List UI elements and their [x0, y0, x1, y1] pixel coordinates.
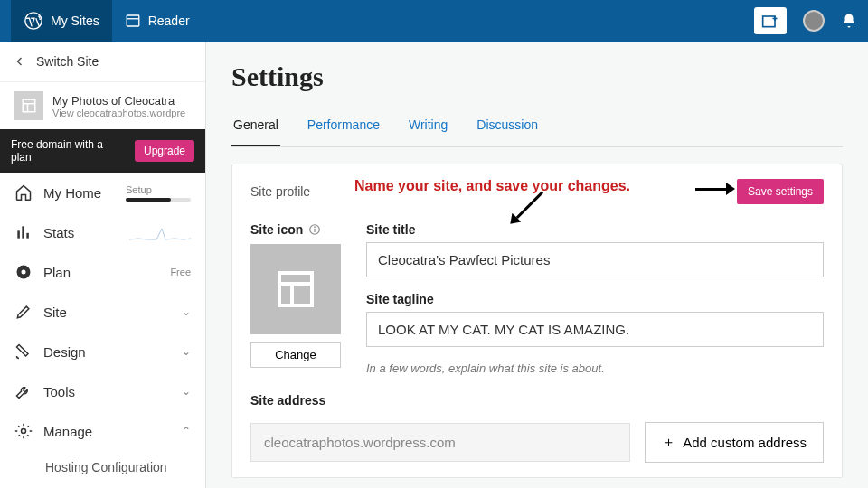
setup-progress-bar	[126, 198, 191, 202]
switch-site-button[interactable]: Switch Site	[0, 42, 205, 82]
settings-tabs: General Performance Writing Discussion	[231, 108, 843, 147]
chevron-down-icon: ⌄	[182, 385, 191, 398]
tab-writing[interactable]: Writing	[407, 108, 449, 146]
annotation-text: Name your site, and save your changes.	[354, 178, 630, 194]
new-post-icon	[761, 13, 779, 29]
svg-rect-11	[26, 233, 29, 239]
sidebar-item-label: Tools	[43, 384, 75, 399]
chevron-down-icon: ⌄	[182, 305, 191, 318]
sidebar-item-label: Stats	[43, 225, 74, 240]
sparkline-icon	[129, 223, 191, 241]
switch-site-label: Switch Site	[36, 54, 99, 69]
home-icon	[14, 183, 33, 202]
svg-rect-6	[23, 99, 35, 112]
site-profile-card: Site profile Name your site, and save yo…	[231, 164, 843, 478]
site-header[interactable]: My Photos of Cleocatra View cleocatrapho…	[0, 82, 205, 129]
reader-icon	[125, 13, 141, 29]
custom-address-label: Add custom address	[683, 435, 807, 450]
wordpress-icon	[24, 11, 43, 31]
setup-meta: Setup	[126, 184, 191, 202]
chevron-left-icon	[14, 56, 25, 67]
notifications-icon[interactable]	[841, 13, 857, 29]
reader-label: Reader	[148, 14, 190, 28]
svg-rect-18	[279, 273, 312, 305]
site-header-text: My Photos of Cleocatra View cleocatrapho…	[52, 94, 185, 118]
change-icon-button[interactable]: Change	[250, 342, 341, 368]
chevron-down-icon: ⌄	[182, 345, 191, 358]
sidebar-item-plan[interactable]: Plan Free	[0, 252, 205, 292]
sidebar-item-label: Site	[43, 305, 67, 320]
site-address-label: Site address	[250, 393, 824, 408]
site-name: My Photos of Cleocatra	[52, 94, 185, 108]
site-url: View cleocatraphotos.wordpre	[52, 108, 185, 118]
sidebar-item-label: Manage	[43, 424, 92, 439]
site-tagline-label: Site tagline	[366, 292, 824, 306]
topbar-right	[754, 7, 857, 34]
upgrade-button[interactable]: Upgrade	[135, 140, 194, 162]
tagline-hint: In a few words, explain what this site i…	[366, 361, 824, 375]
tab-general[interactable]: General	[231, 108, 280, 146]
new-post-button[interactable]	[754, 7, 787, 34]
stats-icon	[14, 223, 33, 241]
layout: Switch Site My Photos of Cleocatra View …	[0, 42, 868, 488]
profile-header: Site profile Name your site, and save yo…	[250, 179, 824, 204]
sidebar-item-label: Design	[43, 344, 86, 360]
site-title-input[interactable]	[366, 242, 824, 277]
svg-point-17	[315, 227, 316, 228]
page-title: Settings	[231, 61, 843, 92]
svg-point-14	[22, 429, 26, 434]
topbar: My Sites Reader	[0, 0, 868, 42]
sidebar-item-design[interactable]: Design ⌄	[0, 332, 205, 371]
svg-rect-9	[17, 230, 20, 238]
plan-icon	[14, 263, 33, 281]
pencil-icon	[14, 303, 33, 321]
site-address-section: Site address ＋ Add custom address	[250, 393, 824, 463]
profile-body: Site icon Change Site title Site tagline…	[250, 222, 824, 375]
site-tagline-input[interactable]	[366, 312, 824, 347]
add-custom-address-button[interactable]: ＋ Add custom address	[645, 422, 824, 463]
topbar-left: My Sites Reader	[11, 0, 203, 42]
gear-icon	[14, 422, 33, 440]
reader-tab[interactable]: Reader	[112, 0, 203, 42]
sidebar-item-manage[interactable]: Manage ⌃	[0, 411, 205, 451]
sidebar-item-label: My Home	[43, 185, 101, 201]
svg-rect-10	[22, 226, 24, 238]
wrench-icon	[14, 382, 33, 400]
sidebar-item-label: Plan	[43, 265, 71, 280]
site-icon-label: Site icon	[250, 222, 341, 237]
tab-performance[interactable]: Performance	[306, 108, 382, 146]
sidebar-subitem-hosting[interactable]: Hosting Configuration	[0, 451, 205, 483]
site-address-input	[250, 423, 630, 462]
sidebar: Switch Site My Photos of Cleocatra View …	[0, 42, 206, 488]
sidebar-item-tools[interactable]: Tools ⌄	[0, 371, 205, 411]
site-icon-column: Site icon Change	[250, 222, 341, 375]
svg-point-13	[22, 270, 26, 275]
site-icon-placeholder	[250, 244, 341, 334]
site-profile-label: Site profile	[250, 184, 310, 199]
info-icon[interactable]	[308, 223, 321, 236]
avatar[interactable]	[803, 10, 825, 32]
sidebar-item-stats[interactable]: Stats	[0, 212, 205, 252]
chevron-up-icon: ⌃	[182, 425, 191, 437]
annotation-arrow-right	[695, 183, 735, 195]
save-settings-button[interactable]: Save settings	[737, 179, 824, 204]
layout-icon	[274, 267, 317, 311]
tab-discussion[interactable]: Discussion	[475, 108, 540, 146]
sidebar-item-home[interactable]: My Home Setup	[0, 173, 205, 212]
my-sites-tab[interactable]: My Sites	[11, 0, 112, 42]
design-icon	[14, 343, 33, 361]
upgrade-banner: Free domain with a plan Upgrade	[0, 129, 205, 173]
svg-rect-1	[127, 15, 139, 26]
plus-icon: ＋	[662, 434, 675, 451]
main-content: Settings General Performance Writing Dis…	[206, 42, 868, 488]
fields-column: Site title Site tagline In a few words, …	[366, 222, 824, 375]
layout-icon	[21, 98, 37, 114]
site-title-label: Site title	[366, 222, 824, 237]
site-thumbnail	[14, 91, 43, 120]
upgrade-text: Free domain with a plan	[11, 138, 110, 164]
plan-meta: Free	[170, 267, 191, 277]
my-sites-label: My Sites	[51, 14, 99, 28]
sidebar-item-site[interactable]: Site ⌄	[0, 292, 205, 332]
